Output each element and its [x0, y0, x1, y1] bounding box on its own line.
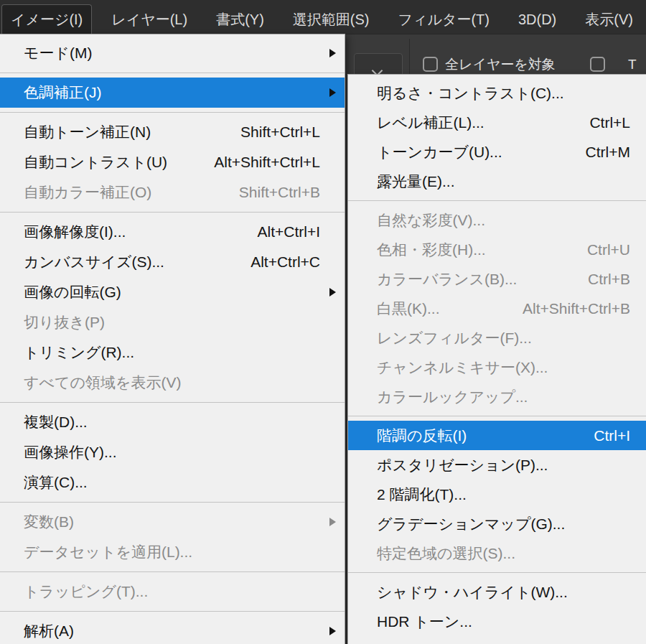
menu-item-label: 特定色域の選択(S)...: [377, 543, 515, 564]
menu-item-label: 2 階調化(T)...: [377, 485, 467, 505]
menu-item-label: 切り抜き(P): [24, 312, 105, 332]
menu-separator: [348, 200, 646, 201]
menubar-item-filter[interactable]: フィルター(T): [389, 4, 499, 34]
menu-item-variables[interactable]: 変数(B): [0, 507, 345, 537]
menu-item-label: 自動トーン補正(N): [24, 122, 151, 142]
menu-item-shortcut: Ctrl+I: [594, 427, 630, 444]
menu-item-image-size[interactable]: 画像解像度(I)...Alt+Ctrl+I: [0, 217, 345, 247]
menu-item-label: 自動コントラスト(U): [24, 152, 167, 172]
menu-item-auto-contrast[interactable]: 自動コントラスト(U)Alt+Shift+Ctrl+L: [0, 147, 345, 177]
menu-item-crop[interactable]: 切り抜き(P): [0, 307, 345, 337]
menu-item-curves[interactable]: トーンカーブ(U)...Ctrl+M: [348, 137, 646, 167]
menu-item-label: 演算(C)...: [24, 472, 88, 493]
menu-item-channel-mixer[interactable]: チャンネルミキサー(X)...: [348, 353, 646, 382]
all-layers-label: 全レイヤーを対象: [445, 57, 556, 72]
menu-item-shortcut: Alt+Shift+Ctrl+B: [523, 300, 630, 317]
menu-separator: [0, 112, 345, 113]
menu-item-analysis[interactable]: 解析(A): [0, 616, 345, 644]
menu-item-label: 複製(D)...: [24, 412, 88, 432]
menu-item-label: 階調の反転(I): [377, 426, 467, 446]
adjustments-submenu-panel: 明るさ・コントラスト(C)...レベル補正(L)...Ctrl+Lトーンカーブ(…: [347, 74, 646, 644]
menu-item-threshold[interactable]: 2 階調化(T)...: [348, 480, 646, 509]
menu-item-label: 画像操作(Y)...: [24, 442, 117, 462]
menu-item-label: トーンカーブ(U)...: [377, 142, 502, 162]
menu-item-color-balance[interactable]: カラーバランス(B)...Ctrl+B: [348, 264, 646, 294]
menu-separator: [0, 73, 345, 73]
menu-item-label: シャドウ・ハイライト(W)...: [377, 582, 568, 602]
menu-item-levels[interactable]: レベル補正(L)...Ctrl+L: [348, 108, 646, 137]
menu-item-shortcut: Ctrl+M: [586, 144, 630, 161]
menu-item-exposure[interactable]: 露光量(E)...: [348, 167, 646, 196]
menu-bar: イメージ(I)レイヤー(L)書式(Y)選択範囲(S)フィルター(T)3D(D)表…: [0, 0, 646, 34]
submenu-arrow-icon: [320, 627, 336, 635]
menubar-item-3d[interactable]: 3D(D): [509, 4, 566, 34]
menu-item-vibrance[interactable]: 自然な彩度(V)...: [348, 205, 646, 235]
menu-item-label: 露光量(E)...: [377, 172, 455, 192]
menu-item-shadows-highlights[interactable]: シャドウ・ハイライト(W)...: [348, 577, 646, 607]
menu-item-hue-saturation[interactable]: 色相・彩度(H)...Ctrl+U: [348, 235, 646, 264]
menu-item-label: 解析(A): [24, 621, 74, 641]
menu-item-shortcut: Shift+Ctrl+L: [240, 123, 320, 141]
menu-item-apply-data-set[interactable]: データセットを適用(L)...: [0, 537, 345, 567]
submenu-arrow-icon: [320, 518, 336, 526]
menubar-item-type[interactable]: 書式(Y): [207, 4, 273, 34]
menubar-item-view[interactable]: 表示(V): [576, 4, 642, 34]
menubar-item-select[interactable]: 選択範囲(S): [284, 4, 379, 34]
menu-item-posterize[interactable]: ポスタリゼーション(P)...: [348, 450, 646, 480]
t-checkbox[interactable]: [590, 57, 605, 72]
menu-item-label: HDR トーン...: [377, 612, 472, 632]
menu-item-label: カラーバランス(B)...: [377, 269, 517, 289]
menu-item-label: 明るさ・コントラスト(C)...: [377, 83, 564, 103]
menu-item-apply-image[interactable]: 画像操作(Y)...: [0, 437, 345, 467]
menu-item-label: 色調補正(J): [24, 83, 102, 103]
menu-separator: [0, 502, 345, 503]
menu-item-invert[interactable]: 階調の反転(I)Ctrl+I: [348, 421, 646, 450]
menu-item-shortcut: Alt+Ctrl+C: [251, 253, 320, 271]
menu-item-gradient-map[interactable]: グラデーションマップ(G)...: [348, 509, 646, 538]
menu-item-image-rotation[interactable]: 画像の回転(G): [0, 277, 345, 307]
menu-separator: [0, 611, 345, 612]
menu-item-label: 画像の回転(G): [24, 282, 121, 302]
menu-separator: [0, 402, 345, 403]
menu-item-shortcut: Ctrl+L: [589, 114, 630, 131]
menu-item-label: カラールックアップ...: [377, 387, 528, 407]
menu-item-color-lookup[interactable]: カラールックアップ...: [348, 382, 646, 411]
menu-item-black-white[interactable]: 白黒(K)...Alt+Shift+Ctrl+B: [348, 294, 646, 323]
menubar-item-image[interactable]: イメージ(I): [1, 4, 92, 34]
menu-item-mode[interactable]: モード(M): [0, 38, 345, 68]
menu-item-auto-color[interactable]: 自動カラー補正(O)Shift+Ctrl+B: [0, 177, 345, 207]
menu-item-label: 白黒(K)...: [377, 299, 440, 319]
image-menu-panel: モード(M)色調補正(J)自動トーン補正(N)Shift+Ctrl+L自動コント…: [0, 34, 345, 644]
menu-item-hdr-toning[interactable]: HDR トーン...: [348, 607, 646, 636]
menu-item-shortcut: Ctrl+B: [588, 271, 630, 288]
all-layers-checkbox[interactable]: [423, 57, 438, 72]
menu-item-adjustments[interactable]: 色調補正(J): [0, 78, 345, 108]
menu-item-photo-filter[interactable]: レンズフィルター(F)...: [348, 323, 646, 353]
menu-item-shortcut: Alt+Shift+Ctrl+L: [214, 154, 320, 171]
menu-item-label: モード(M): [24, 43, 92, 63]
menu-item-label: チャンネルミキサー(X)...: [377, 358, 548, 378]
menu-item-calculations[interactable]: 演算(C)...: [0, 467, 345, 498]
menu-item-trim[interactable]: トリミング(R)...: [0, 337, 345, 368]
menu-item-selective-color[interactable]: 特定色域の選択(S)...: [348, 538, 646, 568]
menu-item-label: レベル補正(L)...: [377, 113, 484, 133]
menu-item-auto-tone[interactable]: 自動トーン補正(N)Shift+Ctrl+L: [0, 117, 345, 147]
menu-item-trap[interactable]: トラッピング(T)...: [0, 577, 345, 607]
menu-item-label: 変数(B): [24, 512, 74, 532]
menu-item-brightness-contrast[interactable]: 明るさ・コントラスト(C)...: [348, 78, 646, 108]
menu-item-label: トリミング(R)...: [24, 342, 134, 363]
submenu-arrow-icon: [320, 49, 336, 57]
photoshop-screen: イメージ(I)レイヤー(L)書式(Y)選択範囲(S)フィルター(T)3D(D)表…: [0, 0, 646, 644]
menu-separator: [348, 572, 646, 573]
submenu-arrow-icon: [320, 288, 336, 297]
menu-item-shortcut: Alt+Ctrl+I: [257, 223, 320, 241]
menu-item-reveal-all[interactable]: すべての領域を表示(V): [0, 368, 345, 398]
menu-separator: [348, 416, 646, 416]
menu-item-label: 画像解像度(I)...: [24, 222, 126, 242]
t-label: T: [628, 57, 637, 72]
menubar-item-layer[interactable]: レイヤー(L): [102, 4, 197, 34]
submenu-arrow-icon: [320, 88, 336, 97]
menu-separator: [0, 212, 345, 213]
menu-item-canvas-size[interactable]: カンバスサイズ(S)...Alt+Ctrl+C: [0, 247, 345, 277]
menu-item-duplicate[interactable]: 複製(D)...: [0, 407, 345, 437]
